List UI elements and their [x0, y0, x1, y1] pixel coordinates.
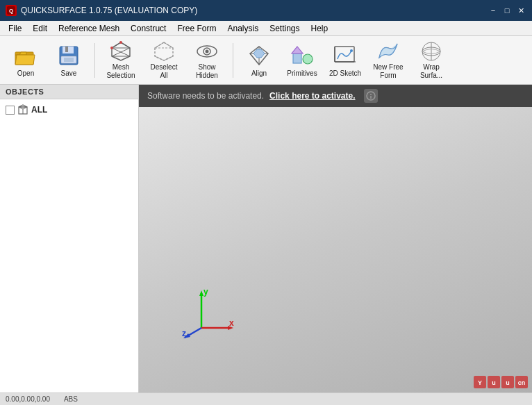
svg-line-24: [164, 42, 173, 48]
activation-text: Software needs to be activated.: [147, 91, 264, 101]
show-hidden-label: Show Hidden: [190, 63, 224, 80]
activation-link[interactable]: Click here to activate.: [269, 91, 355, 101]
save-button[interactable]: Save: [49, 40, 89, 81]
deselect-all-label: Deselect All: [147, 63, 181, 80]
maximize-button[interactable]: □: [501, 5, 513, 16]
toolbar-separator-1: [94, 43, 95, 78]
primitives-icon: [290, 43, 315, 68]
all-checkbox[interactable]: [6, 106, 15, 115]
status-coords: 0.00,0.00,0.00: [6, 395, 50, 403]
align-icon: [247, 43, 272, 68]
new-free-form-label: New Free Form: [372, 63, 405, 80]
save-label: Save: [61, 69, 77, 78]
menu-edit[interactable]: Edit: [27, 21, 53, 35]
svg-point-20: [110, 47, 113, 49]
save-icon: [56, 43, 81, 68]
2d-sketch-icon: [333, 43, 358, 68]
svg-line-11: [112, 42, 121, 48]
primitives-label: Primitives: [287, 69, 317, 78]
mesh-selection-icon: [108, 41, 133, 62]
wrap-surface-icon: [419, 41, 444, 62]
menu-construct[interactable]: Construct: [125, 21, 172, 35]
deselect-all-icon: [151, 41, 176, 62]
svg-rect-7: [64, 58, 74, 62]
2d-sketch-label: 2D Sketch: [329, 69, 361, 78]
svg-marker-45: [19, 105, 27, 107]
svg-line-25: [155, 56, 164, 60]
svg-rect-5: [65, 47, 68, 52]
app-title: QUICKSURFACE 1.0.75 (EVALUATION COPY): [21, 6, 197, 15]
svg-rect-37: [335, 47, 354, 62]
svg-text:u: u: [506, 379, 510, 386]
toolbar: Open Save: [0, 36, 532, 85]
title-bar-controls: − □ ✕: [488, 5, 526, 16]
svg-point-40: [350, 49, 353, 52]
svg-text:z: z: [182, 329, 186, 338]
svg-line-18: [121, 56, 130, 60]
wrap-surface-button[interactable]: Wrap Surfa...: [411, 40, 451, 81]
svg-line-26: [164, 56, 173, 60]
coordinate-axes: y x z: [181, 286, 236, 344]
wrap-surface-label: Wrap Surfa...: [415, 63, 448, 80]
align-button[interactable]: Align: [239, 40, 279, 81]
viewport[interactable]: Software needs to be activated. Click he…: [139, 85, 532, 392]
open-button[interactable]: Open: [6, 40, 46, 81]
app-icon: Q: [6, 5, 17, 16]
svg-marker-33: [253, 49, 265, 58]
new-free-form-button[interactable]: New Free Form: [368, 40, 408, 81]
menu-free-form[interactable]: Free Form: [172, 21, 222, 35]
menu-reference-mesh[interactable]: Reference Mesh: [53, 21, 125, 35]
svg-line-23: [155, 42, 164, 48]
svg-rect-34: [293, 53, 301, 63]
svg-text:y: y: [203, 287, 208, 297]
svg-point-29: [206, 49, 209, 53]
svg-marker-35: [292, 47, 303, 53]
title-bar: Q QUICKSURFACE 1.0.75 (EVALUATION COPY) …: [0, 0, 532, 21]
svg-line-14: [121, 48, 130, 52]
mesh-selection-button[interactable]: Mesh Selection: [101, 40, 141, 81]
mesh-selection-label: Mesh Selection: [104, 63, 138, 80]
2d-sketch-button[interactable]: 2D Sketch: [325, 40, 365, 81]
show-hidden-icon: [194, 41, 219, 62]
objects-list: ALL: [0, 99, 138, 392]
new-free-form-icon: [376, 41, 401, 62]
svg-line-12: [121, 42, 130, 48]
all-box-icon: [17, 104, 28, 115]
menu-bar: File Edit Reference Mesh Construct Free …: [0, 21, 532, 36]
menu-settings[interactable]: Settings: [264, 21, 305, 35]
menu-analysis[interactable]: Analysis: [222, 21, 264, 35]
svg-point-50: [370, 94, 372, 95]
primitives-button[interactable]: Primitives: [282, 40, 322, 81]
svg-line-17: [112, 56, 121, 60]
objects-header: OBJECTS: [0, 85, 138, 99]
activation-icon: [364, 89, 378, 103]
deselect-all-button[interactable]: Deselect All: [144, 40, 184, 81]
svg-text:Q: Q: [9, 8, 13, 14]
svg-line-15: [112, 52, 121, 56]
menu-file[interactable]: File: [3, 21, 27, 35]
activation-banner: Software needs to be activated. Click he…: [139, 85, 532, 107]
svg-point-19: [119, 41, 122, 44]
svg-line-16: [121, 52, 130, 56]
main-area: OBJECTS ALL Software needs t: [0, 85, 532, 392]
watermark: Y u u cn: [474, 376, 529, 390]
title-bar-left: Q QUICKSURFACE 1.0.75 (EVALUATION COPY): [6, 5, 197, 16]
minimize-button[interactable]: −: [488, 5, 499, 16]
status-extra: ABS: [64, 395, 78, 403]
menu-help[interactable]: Help: [306, 21, 334, 35]
svg-text:cn: cn: [518, 379, 526, 386]
svg-text:u: u: [492, 379, 496, 386]
open-label: Open: [17, 69, 34, 78]
sidebar: OBJECTS ALL: [0, 85, 139, 392]
status-bar: 0.00,0.00,0.00 ABS: [0, 392, 532, 405]
open-icon: [13, 43, 38, 68]
svg-text:x: x: [229, 318, 234, 328]
svg-point-36: [303, 54, 313, 64]
show-hidden-button[interactable]: Show Hidden: [187, 40, 227, 81]
svg-text:Y: Y: [478, 379, 482, 386]
svg-line-13: [112, 48, 121, 52]
all-object-row[interactable]: ALL: [3, 102, 135, 117]
all-label: ALL: [31, 105, 47, 115]
close-button[interactable]: ✕: [515, 5, 526, 16]
align-label: Align: [251, 69, 267, 78]
